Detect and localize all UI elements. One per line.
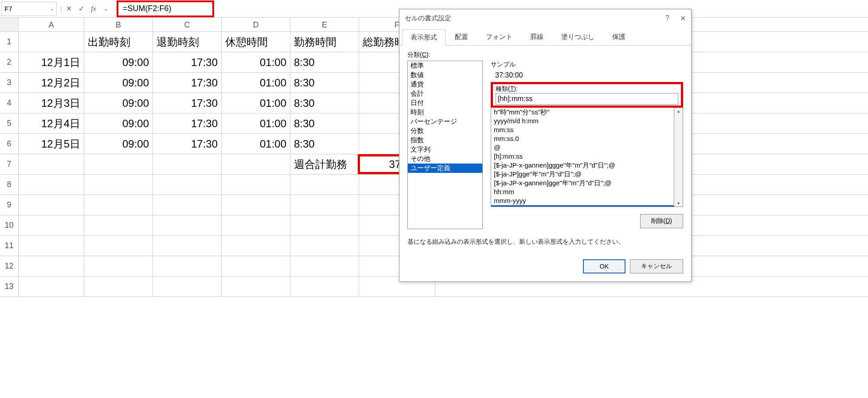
cell-header[interactable]: 出勤時刻 xyxy=(84,32,153,52)
cell[interactable] xyxy=(222,154,290,174)
type-item[interactable]: hh:mm xyxy=(491,187,674,196)
cell[interactable] xyxy=(153,256,222,276)
cell[interactable] xyxy=(84,175,153,195)
cell[interactable]: 17:30 xyxy=(153,52,222,72)
type-item[interactable]: mm:ss xyxy=(491,125,674,134)
category-item[interactable]: 時刻 xyxy=(408,108,482,117)
row-header[interactable]: 8 xyxy=(0,175,19,195)
row-header[interactable]: 9 xyxy=(0,195,19,215)
cell[interactable]: 09:00 xyxy=(84,93,153,113)
cell[interactable]: 12月2日 xyxy=(19,73,84,93)
cell[interactable] xyxy=(153,154,222,174)
row-header[interactable]: 11 xyxy=(0,236,19,256)
delete-format-button[interactable]: 削除(D) xyxy=(640,214,683,228)
cell[interactable]: 09:00 xyxy=(84,73,153,93)
cell[interactable] xyxy=(19,256,84,276)
cell[interactable] xyxy=(290,236,359,256)
cell[interactable] xyxy=(19,236,84,256)
cancel-formula-icon[interactable]: ✕ xyxy=(63,4,75,13)
cell[interactable] xyxy=(222,277,290,297)
row-header[interactable]: 6 xyxy=(0,134,19,154)
cell[interactable]: 17:30 xyxy=(153,113,222,133)
type-item[interactable]: @ xyxy=(491,143,674,152)
type-item[interactable]: [hh]:mm:ss xyxy=(491,205,674,207)
col-header-E[interactable]: E xyxy=(290,18,359,31)
col-header-C[interactable]: C xyxy=(153,18,222,31)
cell[interactable] xyxy=(222,236,290,256)
category-list[interactable]: 標準数値通貨会計日付時刻パーセンテージ分数指数文字列その他ユーザー定義 xyxy=(407,61,483,229)
formula-input[interactable]: =SUM(F2:F6) xyxy=(117,0,214,17)
col-header-B[interactable]: B xyxy=(84,18,153,31)
cell[interactable] xyxy=(153,215,222,235)
category-item[interactable]: 数値 xyxy=(408,70,482,80)
scroll-up-icon[interactable]: ▴ xyxy=(677,109,680,113)
cell[interactable]: 12月4日 xyxy=(19,113,84,133)
cell[interactable] xyxy=(84,195,153,215)
cell-header[interactable]: 休憩時間 xyxy=(222,32,290,52)
cell-header[interactable]: 退勤時刻 xyxy=(153,32,222,52)
cell[interactable] xyxy=(19,32,84,52)
cell-header[interactable]: 勤務時間 xyxy=(290,32,359,52)
type-item[interactable]: h"時"mm"分"ss"秒" xyxy=(491,108,674,117)
type-item[interactable]: yyyy/m/d h:mm xyxy=(491,117,674,125)
cell[interactable] xyxy=(290,277,359,297)
cell[interactable] xyxy=(153,277,222,297)
category-item[interactable]: 指数 xyxy=(408,136,482,145)
type-item[interactable]: [$-ja-JP-x-gannen]ggge"年"m"月"d"日";@ xyxy=(491,161,674,170)
type-item[interactable]: [$-ja-JP-x-gannen]gge"年"m"月"d"日";@ xyxy=(491,179,674,187)
col-header-A[interactable]: A xyxy=(19,18,84,31)
ok-button[interactable]: OK xyxy=(583,259,626,273)
cell[interactable] xyxy=(19,215,84,235)
type-list-scrollbar[interactable]: ▴ ▾ xyxy=(674,108,683,207)
cancel-button[interactable]: キャンセル xyxy=(630,259,683,273)
close-icon[interactable]: ✕ xyxy=(680,14,686,23)
cell[interactable]: 12月3日 xyxy=(19,93,84,113)
type-item[interactable]: mmm-yyyy xyxy=(491,196,674,205)
type-item[interactable]: [$-ja-JP]gge"年"m"月"d"日";@ xyxy=(491,170,674,179)
formula-dropdown-icon[interactable]: ⌄ xyxy=(100,6,112,12)
cell[interactable] xyxy=(290,195,359,215)
category-item[interactable]: 通貨 xyxy=(408,80,482,89)
cell[interactable]: 8:30 xyxy=(290,52,359,72)
cell[interactable] xyxy=(222,195,290,215)
help-icon[interactable]: ? xyxy=(665,14,669,23)
cell[interactable]: 8:30 xyxy=(290,113,359,133)
category-item[interactable]: 日付 xyxy=(408,98,482,108)
cell[interactable] xyxy=(222,175,290,195)
category-item[interactable]: ユーザー定義 xyxy=(408,164,482,173)
row-header[interactable]: 2 xyxy=(0,52,19,72)
type-item[interactable]: [h]:mm:ss xyxy=(491,152,674,161)
name-box-dropdown-icon[interactable]: ⌄ xyxy=(50,6,54,11)
cell[interactable] xyxy=(153,236,222,256)
category-item[interactable]: その他 xyxy=(408,154,482,164)
row-header[interactable]: 4 xyxy=(0,93,19,113)
row-header[interactable]: 12 xyxy=(0,256,19,276)
insert-function-icon[interactable]: fx xyxy=(87,5,100,13)
cell[interactable] xyxy=(290,256,359,276)
cell[interactable] xyxy=(19,277,84,297)
category-item[interactable]: 分数 xyxy=(408,126,482,136)
row-header[interactable]: 1 xyxy=(0,32,19,52)
tab-配置[interactable]: 配置 xyxy=(446,29,477,45)
category-item[interactable]: 会計 xyxy=(408,89,482,98)
cell[interactable]: 8:30 xyxy=(290,93,359,113)
type-input[interactable] xyxy=(496,93,678,105)
cell[interactable]: 01:00 xyxy=(222,134,290,154)
cell[interactable]: 12月1日 xyxy=(19,52,84,72)
cell[interactable] xyxy=(84,277,153,297)
type-item[interactable]: mm:ss.0 xyxy=(491,134,674,143)
tab-保護[interactable]: 保護 xyxy=(604,29,634,45)
col-header-D[interactable]: D xyxy=(222,18,290,31)
row-header[interactable]: 13 xyxy=(0,277,19,297)
row-header[interactable]: 5 xyxy=(0,113,19,133)
cell[interactable]: 01:00 xyxy=(222,93,290,113)
cell[interactable]: 01:00 xyxy=(222,52,290,72)
type-list[interactable]: h"時"mm"分"ss"秒"yyyy/m/d h:mmmm:ssmm:ss.0@… xyxy=(491,108,674,207)
row-header[interactable]: 7 xyxy=(0,154,19,174)
cell[interactable]: 週合計勤務 xyxy=(290,154,359,174)
cell[interactable]: 17:30 xyxy=(153,134,222,154)
scroll-down-icon[interactable]: ▾ xyxy=(677,201,680,206)
row-header[interactable]: 10 xyxy=(0,215,19,235)
cell[interactable]: 8:30 xyxy=(290,73,359,93)
cell[interactable] xyxy=(19,195,84,215)
